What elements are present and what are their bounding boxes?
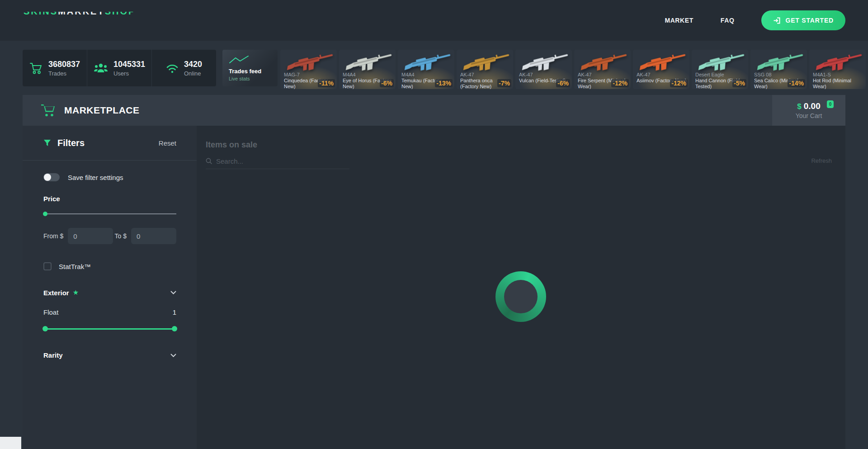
cart-outline-icon	[29, 62, 43, 75]
float-min-handle[interactable]	[42, 326, 48, 331]
price-to-input[interactable]	[131, 228, 176, 244]
your-cart-panel[interactable]: $0.00 Your Cart 0	[772, 95, 845, 126]
items-heading: Items on sale	[206, 140, 257, 150]
save-filters-toggle[interactable]	[43, 173, 60, 181]
logo-part-3: SHOP	[105, 12, 136, 16]
float-range-slider[interactable]	[43, 326, 176, 331]
site-logo[interactable]: SKINSMARKETSHOP	[24, 12, 136, 16]
trades-feed-card[interactable]: Trades feed Live stats	[222, 50, 278, 86]
exterior-label: Exterior	[43, 289, 69, 297]
users-icon	[94, 62, 108, 74]
get-started-button[interactable]: GET STARTED	[761, 10, 845, 30]
online-count: 3420	[184, 60, 202, 69]
stattrak-checkbox[interactable]	[43, 262, 52, 270]
float-max-handle[interactable]	[172, 326, 177, 331]
card-weapon-name: MAG-7	[284, 72, 300, 77]
stattrak-label: StatTrak™	[59, 263, 91, 270]
rarity-label: Rarity	[43, 351, 63, 359]
card-weapon-name: AK-47	[578, 72, 592, 77]
toggle-knob	[44, 174, 51, 181]
card-discount-badge: -12%	[611, 79, 629, 87]
skin-card[interactable]: M4A4 Temukau (Factory New) -13%	[398, 50, 454, 89]
nav-links: MARKET FAQ GET STARTED	[665, 0, 845, 41]
stat-trades: 3680837 Trades	[23, 50, 87, 86]
marketplace-title: MARKETPLACE	[64, 105, 140, 116]
card-discount-badge: -12%	[670, 79, 688, 87]
rarity-section-toggle[interactable]: Rarity	[43, 351, 176, 359]
page-corner-strip	[0, 437, 21, 449]
skin-card[interactable]: AK-47 Fire Serpent (Minimal Wear) -12%	[574, 50, 631, 89]
float-value: 1	[173, 308, 176, 316]
card-weapon-name: M4A1-S	[813, 72, 831, 77]
cart-icon	[41, 104, 56, 117]
online-label: Online	[184, 70, 202, 77]
users-count: 1045331	[113, 60, 145, 69]
card-discount-badge: -7%	[497, 79, 511, 87]
loading-spinner	[495, 271, 546, 322]
price-from-input[interactable]	[68, 228, 113, 244]
skin-card[interactable]: M4A1-S Hot Rod (Minimal Wear)	[809, 50, 866, 89]
skin-card[interactable]: AK-47 Panthera onca (Factory New) -7%	[457, 50, 513, 89]
filters-sidebar: Filters Reset Save filter settings Price…	[23, 126, 197, 449]
chevron-down-icon	[170, 291, 176, 294]
price-slider-handle[interactable]	[43, 212, 47, 216]
users-label: Users	[113, 70, 145, 77]
card-weapon-name: Desert Eagle	[695, 72, 724, 77]
exterior-section-toggle[interactable]: Exterior ★	[43, 288, 176, 297]
nav-link-market[interactable]: MARKET	[665, 17, 693, 24]
skin-card[interactable]: AK-47 Vulcan (Field-Tested) -6%	[515, 50, 572, 89]
cart-label: Your Cart	[796, 112, 822, 119]
card-discount-badge: -14%	[788, 79, 805, 87]
stat-users: 1045331 Users	[87, 50, 151, 86]
top-nav: SKINSMARKETSHOP MARKET FAQ GET STARTED	[0, 0, 868, 41]
search-box[interactable]	[206, 154, 349, 169]
wifi-icon	[166, 63, 179, 74]
price-from-label: From $	[43, 232, 63, 240]
logo-part-2: MARKET	[58, 12, 105, 16]
skin-cards-strip: MAG-7 Cinquedea (Factory New) -11% M4A4 …	[280, 50, 868, 89]
logo-part-1: SKINS	[24, 12, 58, 16]
card-weapon-name: AK-47	[460, 72, 474, 77]
items-area: Items on sale Refresh	[197, 126, 845, 449]
search-input[interactable]	[216, 157, 343, 165]
card-discount-badge: -6%	[380, 79, 394, 87]
refresh-button[interactable]: Refresh	[811, 157, 832, 164]
price-slider[interactable]	[43, 212, 176, 216]
trades-feed-subtitle: Live stats	[229, 76, 271, 81]
get-started-label: GET STARTED	[785, 17, 834, 24]
trades-label: Trades	[48, 70, 80, 77]
price-to-label: To $	[115, 232, 127, 240]
skin-card[interactable]: Desert Eagle Hand Cannon (Field-Tested) …	[692, 50, 748, 89]
stat-online: 3420 Online	[151, 50, 216, 86]
card-skin-name: Hot Rod (Minimal Wear)	[813, 78, 863, 89]
price-slider-track	[43, 213, 176, 214]
skin-card[interactable]: AK-47 Asiimov (Factory New) -12%	[633, 50, 689, 89]
trades-feed-title: Trades feed	[229, 68, 271, 75]
cart-amount: 0.00	[804, 101, 821, 111]
float-slider-track	[43, 328, 176, 330]
skin-card[interactable]: SSG 08 Sea Calico (Minimal Wear) -14%	[750, 50, 807, 89]
trades-count: 3680837	[48, 60, 80, 69]
card-discount-badge: -11%	[318, 79, 335, 87]
card-discount-badge: -5%	[732, 79, 746, 87]
card-weapon-name: SSG 08	[754, 72, 772, 77]
reset-filters-button[interactable]: Reset	[159, 139, 176, 147]
card-weapon-name: AK-47	[637, 72, 651, 77]
stattrak-filter[interactable]: StatTrak™	[43, 262, 176, 270]
filters-header: Filters Reset	[23, 126, 197, 161]
skin-card[interactable]: M4A4 Eye of Horus (Factory New) -6%	[339, 50, 396, 89]
save-filters-label: Save filter settings	[68, 174, 123, 181]
chevron-down-icon	[170, 354, 176, 357]
skin-card[interactable]: MAG-7 Cinquedea (Factory New) -11%	[280, 50, 337, 89]
funnel-icon	[43, 139, 51, 147]
card-discount-badge: -6%	[556, 79, 570, 87]
cart-currency: $	[797, 102, 801, 111]
login-icon	[773, 17, 781, 24]
card-discount-badge: -13%	[435, 79, 453, 87]
nav-link-faq[interactable]: FAQ	[721, 17, 735, 24]
stats-panel: 3680837 Trades 1045331 Users 3420 Online	[23, 50, 216, 86]
cart-count-badge: 0	[827, 100, 834, 108]
card-weapon-name: M4A4	[343, 72, 356, 77]
marketplace-header: MARKETPLACE $0.00 Your Cart 0	[23, 95, 845, 126]
filters-title: Filters	[57, 138, 85, 148]
